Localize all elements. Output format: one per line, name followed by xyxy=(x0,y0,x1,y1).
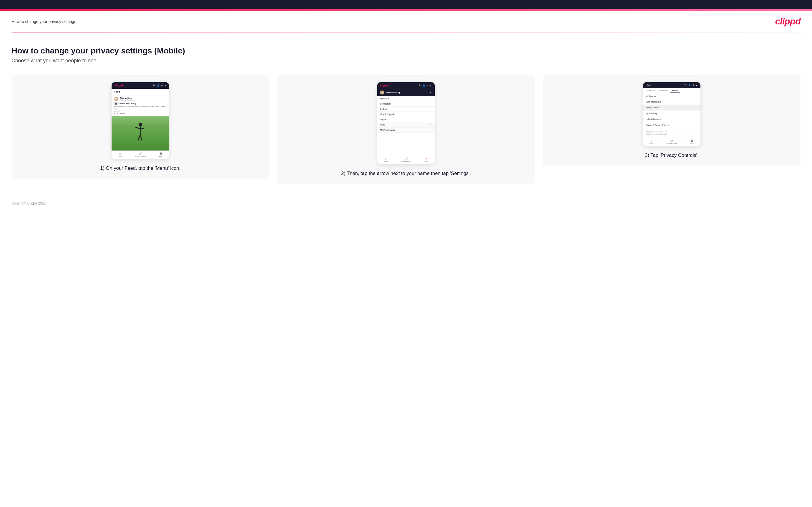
avatar-1: BM xyxy=(114,97,118,101)
version-line-1: Clippd Client Version: 2022.8.3-3 xyxy=(646,131,698,133)
menu-item-help: Help & Support ↗ xyxy=(377,112,435,117)
step-2-caption: 2) Then, tap the arrow next to your name… xyxy=(341,170,471,177)
version-info: Clippd Client Version: 2022.8.3-3 GQL Se… xyxy=(643,128,701,137)
performance-icon: 📈 xyxy=(139,152,142,155)
golfer-silhouette xyxy=(132,122,149,145)
settings-item-data: Data Integrations › xyxy=(643,99,701,105)
bottom-home-1: ⌂ Home xyxy=(118,152,122,157)
settings-icon-3: ⚙ xyxy=(693,84,694,86)
menu-avatar: BM xyxy=(380,91,384,95)
settings-item-help: Help & Support ↗ xyxy=(643,116,701,122)
search-icon: 🔍 xyxy=(153,84,156,87)
header-title: How to change your privacy settings xyxy=(11,19,76,24)
tab-settings: Settings xyxy=(670,88,680,93)
menu-item-settings: Settings xyxy=(377,107,435,112)
phone-post-header: BM Blair McHarg Yesterday · Sunningdale xyxy=(114,97,166,101)
page-subheading: Choose what you want people to see xyxy=(11,58,801,64)
lesson-title: Lesson with Fordy xyxy=(118,103,136,105)
performance-label-3: My Performance xyxy=(666,143,677,144)
step-3-caption: 3) Tap 'Privacy Controls'. xyxy=(645,152,699,159)
phone-nav-icons-2: 🔍 👤 ⚙ ▼ xyxy=(419,84,432,87)
menu-item-connections: Connections xyxy=(377,101,435,107)
menu-performance-label: My Performance xyxy=(380,129,395,131)
post-text: Looking to feel like my hands are exitin… xyxy=(114,106,166,110)
menu-user-row: BM Blair McHarg ▲ xyxy=(377,89,435,96)
golf-image xyxy=(111,116,169,151)
menu-user-info: BM Blair McHarg xyxy=(380,91,400,95)
close-icon: ✕ xyxy=(425,157,427,160)
home-icon: ⌂ xyxy=(119,152,121,155)
search-icon-3: 🔍 xyxy=(684,84,687,86)
golf-bag-chevron-icon: › xyxy=(697,113,698,114)
step-3-card: ‹ Back 🔍 👤 ⚙ ▼ My Profile Connections Se… xyxy=(543,75,801,166)
home-label-3: Home xyxy=(650,143,653,144)
phone-logo-2: clippd xyxy=(380,84,389,87)
chevron-up-icon: ▲ xyxy=(429,91,432,94)
bottom-menu-3: ☰ Menu xyxy=(691,139,694,144)
account-label: My Account xyxy=(646,95,656,97)
menu-user-name: Blair McHarg xyxy=(386,91,400,94)
home-chevron-icon: ▼ xyxy=(430,124,432,126)
phone-nav-1: clippd 🔍 👤 ⚙ ▼ xyxy=(111,82,169,89)
lesson-icon: 🎬 xyxy=(114,102,117,105)
back-label: ‹ Back xyxy=(646,84,652,86)
settings-icon: ⚙ xyxy=(161,84,163,87)
step-1-card: clippd 🔍 👤 ⚙ ▼ Feed BM Blair McHar xyxy=(11,75,269,179)
user-icon: 👤 xyxy=(157,84,160,87)
help-label: Help & Support ↗ xyxy=(646,118,662,120)
footer: Copyright Clippd 2022 xyxy=(0,195,812,214)
phone-bottom-bar-1: ⌂ Home 📈 My Performance ☰ Menu xyxy=(111,151,169,159)
settings-item-golf-bag: My Golf Bag › xyxy=(643,111,701,116)
performance-label: My Performance xyxy=(135,155,146,157)
bottom-performance-1: 📈 My Performance xyxy=(135,152,146,157)
account-chevron-icon: › xyxy=(697,95,698,97)
home-icon-2: ⌂ xyxy=(385,157,387,160)
copyright: Copyright Clippd 2022 xyxy=(11,202,46,206)
home-icon-3: ⌂ xyxy=(651,139,652,142)
post-name: Blair McHarg xyxy=(119,97,135,99)
privacy-label: Privacy Controls xyxy=(646,107,660,109)
phone-nav-icons-1: 🔍 👤 ⚙ ▼ xyxy=(153,84,166,87)
performance-chevron-icon: ▼ xyxy=(430,129,432,131)
settings-list: My Account › Data Integrations › Privacy… xyxy=(643,93,701,128)
post-user-info: Blair McHarg Yesterday · Sunningdale xyxy=(119,97,135,101)
home-label: Home xyxy=(118,155,122,157)
header: How to change your privacy settings clip… xyxy=(0,11,812,32)
bottom-performance-3: 📈 My Performance xyxy=(666,139,677,144)
menu-home-label: Home xyxy=(380,124,386,126)
data-chevron-icon: › xyxy=(697,101,698,103)
performance-label-2: My Performance xyxy=(401,161,411,162)
svg-line-5 xyxy=(140,135,142,140)
step-2-card: clippd 🔍 👤 ⚙ ▼ BM Blair McHarg ▲ xyxy=(277,75,535,184)
menu-dropdown: My Profile Connections Settings Help & S… xyxy=(377,96,435,133)
step-1-caption: 1) On your Feed, tap the 'Menu' icon. xyxy=(100,165,181,172)
post-date: Yesterday · Sunningdale xyxy=(119,99,135,101)
phone-mockup-2: clippd 🔍 👤 ⚙ ▼ BM Blair McHarg ▲ xyxy=(377,82,435,164)
chevron-down-icon-3: ▼ xyxy=(696,84,698,86)
svg-line-3 xyxy=(140,128,144,129)
steps-container: clippd 🔍 👤 ⚙ ▼ Feed BM Blair McHar xyxy=(11,75,801,184)
settings-item-privacy[interactable]: Privacy Controls › xyxy=(643,105,701,111)
phone-mockup-3: ‹ Back 🔍 👤 ⚙ ▼ My Profile Connections Se… xyxy=(643,82,701,146)
logo: clippd xyxy=(775,16,801,27)
settings-tabs: My Profile Connections Settings xyxy=(643,88,701,93)
version-line-2: GQL Server Version: 2022.7.30-1 xyxy=(646,133,698,135)
phone-nav-icons-3: 🔍 👤 ⚙ ▼ xyxy=(684,84,698,86)
user-icon-3: 👤 xyxy=(689,84,691,86)
performance-icon-3: 📈 xyxy=(670,139,673,142)
bottom-home-2: ⌂ Home xyxy=(384,157,388,162)
performance-icon-2: 📈 xyxy=(405,157,408,160)
menu-item-logout: Logout xyxy=(377,117,435,122)
menu-icon: ☰ xyxy=(160,152,162,155)
settings-item-service: Service & Privacy Policy ↗ xyxy=(643,122,701,128)
top-bar xyxy=(0,0,812,9)
svg-line-4 xyxy=(138,135,140,140)
golf-bag-label: My Golf Bag xyxy=(646,112,657,114)
privacy-chevron-icon: › xyxy=(697,107,698,109)
phone-logo-1: clippd xyxy=(114,84,123,87)
menu-overlay xyxy=(377,133,435,156)
phone-mockup-1: clippd 🔍 👤 ⚙ ▼ Feed BM Blair McHar xyxy=(111,82,169,159)
close-label: Menu xyxy=(425,161,428,162)
settings-item-account: My Account › xyxy=(643,93,701,99)
chevron-down-icon: ▼ xyxy=(164,84,166,87)
